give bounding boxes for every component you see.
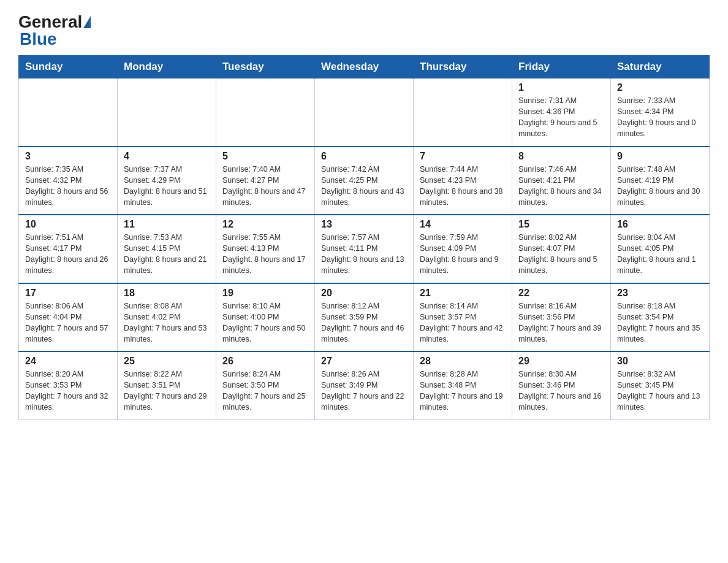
day-info: Sunrise: 7:40 AMSunset: 4:27 PMDaylight:… xyxy=(222,164,308,209)
calendar-cell: 25Sunrise: 8:22 AMSunset: 3:51 PMDayligh… xyxy=(118,351,216,419)
calendar-cell: 28Sunrise: 8:28 AMSunset: 3:48 PMDayligh… xyxy=(414,351,512,419)
day-number: 18 xyxy=(124,288,210,299)
calendar-cell: 3Sunrise: 7:35 AMSunset: 4:32 PMDaylight… xyxy=(19,147,118,215)
calendar-cell: 27Sunrise: 8:26 AMSunset: 3:49 PMDayligh… xyxy=(315,351,414,419)
logo: General Blue xyxy=(18,12,92,49)
day-number: 1 xyxy=(518,82,604,93)
calendar-week-row: 17Sunrise: 8:06 AMSunset: 4:04 PMDayligh… xyxy=(19,283,710,352)
day-info: Sunrise: 7:53 AMSunset: 4:15 PMDaylight:… xyxy=(124,232,210,277)
day-number: 5 xyxy=(222,151,308,162)
calendar-cell: 19Sunrise: 8:10 AMSunset: 4:00 PMDayligh… xyxy=(216,283,315,352)
day-number: 15 xyxy=(518,219,604,230)
day-number: 12 xyxy=(222,219,308,230)
day-info: Sunrise: 8:10 AMSunset: 4:00 PMDaylight:… xyxy=(222,301,308,345)
day-number: 20 xyxy=(321,288,407,299)
calendar-cell: 26Sunrise: 8:24 AMSunset: 3:50 PMDayligh… xyxy=(216,351,315,419)
day-info: Sunrise: 8:24 AMSunset: 3:50 PMDaylight:… xyxy=(222,369,308,413)
day-number: 26 xyxy=(222,356,308,367)
day-info: Sunrise: 7:42 AMSunset: 4:25 PMDaylight:… xyxy=(321,164,407,209)
calendar-cell: 10Sunrise: 7:51 AMSunset: 4:17 PMDayligh… xyxy=(19,215,118,283)
day-info: Sunrise: 8:18 AMSunset: 3:54 PMDaylight:… xyxy=(617,301,703,345)
weekday-header-sunday: Sunday xyxy=(19,56,118,79)
calendar-cell: 23Sunrise: 8:18 AMSunset: 3:54 PMDayligh… xyxy=(611,283,710,352)
day-info: Sunrise: 8:22 AMSunset: 3:51 PMDaylight:… xyxy=(124,369,210,413)
calendar-cell xyxy=(315,79,414,147)
calendar-cell: 1Sunrise: 7:31 AMSunset: 4:36 PMDaylight… xyxy=(512,79,611,147)
day-info: Sunrise: 8:08 AMSunset: 4:02 PMDaylight:… xyxy=(124,301,210,345)
day-info: Sunrise: 8:16 AMSunset: 3:56 PMDaylight:… xyxy=(518,301,604,345)
day-info: Sunrise: 7:37 AMSunset: 4:29 PMDaylight:… xyxy=(124,164,210,209)
day-number: 13 xyxy=(321,219,407,230)
day-info: Sunrise: 8:28 AMSunset: 3:48 PMDaylight:… xyxy=(420,369,506,413)
calendar-cell: 16Sunrise: 8:04 AMSunset: 4:05 PMDayligh… xyxy=(611,215,710,283)
day-info: Sunrise: 7:33 AMSunset: 4:34 PMDaylight:… xyxy=(617,95,703,140)
calendar-week-row: 1Sunrise: 7:31 AMSunset: 4:36 PMDaylight… xyxy=(19,79,710,147)
calendar-cell: 13Sunrise: 7:57 AMSunset: 4:11 PMDayligh… xyxy=(315,215,414,283)
day-number: 24 xyxy=(25,356,111,367)
day-number: 10 xyxy=(25,219,111,230)
day-number: 22 xyxy=(518,288,604,299)
calendar-cell: 20Sunrise: 8:12 AMSunset: 3:59 PMDayligh… xyxy=(315,283,414,352)
day-number: 11 xyxy=(124,219,210,230)
day-info: Sunrise: 7:57 AMSunset: 4:11 PMDaylight:… xyxy=(321,232,407,277)
calendar-cell: 15Sunrise: 8:02 AMSunset: 4:07 PMDayligh… xyxy=(512,215,611,283)
calendar-cell xyxy=(118,79,216,147)
calendar-cell: 21Sunrise: 8:14 AMSunset: 3:57 PMDayligh… xyxy=(414,283,512,352)
day-number: 25 xyxy=(124,356,210,367)
weekday-header-saturday: Saturday xyxy=(611,56,710,79)
day-info: Sunrise: 8:12 AMSunset: 3:59 PMDaylight:… xyxy=(321,301,407,345)
day-info: Sunrise: 8:20 AMSunset: 3:53 PMDaylight:… xyxy=(25,369,111,413)
calendar-cell: 4Sunrise: 7:37 AMSunset: 4:29 PMDaylight… xyxy=(118,147,216,215)
day-info: Sunrise: 8:26 AMSunset: 3:49 PMDaylight:… xyxy=(321,369,407,413)
calendar-cell: 9Sunrise: 7:48 AMSunset: 4:19 PMDaylight… xyxy=(611,147,710,215)
calendar-cell: 24Sunrise: 8:20 AMSunset: 3:53 PMDayligh… xyxy=(19,351,118,419)
day-info: Sunrise: 7:55 AMSunset: 4:13 PMDaylight:… xyxy=(222,232,308,277)
calendar-cell: 14Sunrise: 7:59 AMSunset: 4:09 PMDayligh… xyxy=(414,215,512,283)
weekday-header-friday: Friday xyxy=(512,56,611,79)
calendar-cell: 7Sunrise: 7:44 AMSunset: 4:23 PMDaylight… xyxy=(414,147,512,215)
calendar-cell: 12Sunrise: 7:55 AMSunset: 4:13 PMDayligh… xyxy=(216,215,315,283)
day-info: Sunrise: 7:48 AMSunset: 4:19 PMDaylight:… xyxy=(617,164,703,209)
day-number: 14 xyxy=(420,219,506,230)
page-header: General Blue xyxy=(18,12,710,49)
logo-blue-text: Blue xyxy=(20,29,57,48)
calendar-table: SundayMondayTuesdayWednesdayThursdayFrid… xyxy=(18,55,710,420)
day-info: Sunrise: 8:06 AMSunset: 4:04 PMDaylight:… xyxy=(25,301,111,345)
calendar-week-row: 24Sunrise: 8:20 AMSunset: 3:53 PMDayligh… xyxy=(19,351,710,419)
calendar-week-row: 10Sunrise: 7:51 AMSunset: 4:17 PMDayligh… xyxy=(19,215,710,283)
day-number: 8 xyxy=(518,151,604,162)
calendar-cell: 5Sunrise: 7:40 AMSunset: 4:27 PMDaylight… xyxy=(216,147,315,215)
calendar-cell xyxy=(19,79,118,147)
calendar-cell: 2Sunrise: 7:33 AMSunset: 4:34 PMDaylight… xyxy=(611,79,710,147)
day-info: Sunrise: 8:04 AMSunset: 4:05 PMDaylight:… xyxy=(617,232,703,277)
day-number: 21 xyxy=(420,288,506,299)
calendar-cell xyxy=(216,79,315,147)
day-number: 2 xyxy=(617,82,703,93)
day-number: 3 xyxy=(25,151,111,162)
day-number: 9 xyxy=(617,151,703,162)
calendar-cell: 29Sunrise: 8:30 AMSunset: 3:46 PMDayligh… xyxy=(512,351,611,419)
day-number: 27 xyxy=(321,356,407,367)
weekday-header-thursday: Thursday xyxy=(414,56,512,79)
day-info: Sunrise: 8:30 AMSunset: 3:46 PMDaylight:… xyxy=(518,369,604,413)
day-number: 28 xyxy=(420,356,506,367)
day-number: 17 xyxy=(25,288,111,299)
day-number: 19 xyxy=(222,288,308,299)
day-number: 6 xyxy=(321,151,407,162)
calendar-cell: 11Sunrise: 7:53 AMSunset: 4:15 PMDayligh… xyxy=(118,215,216,283)
day-info: Sunrise: 8:02 AMSunset: 4:07 PMDaylight:… xyxy=(518,232,604,277)
calendar-cell: 22Sunrise: 8:16 AMSunset: 3:56 PMDayligh… xyxy=(512,283,611,352)
day-number: 16 xyxy=(617,219,703,230)
day-number: 4 xyxy=(124,151,210,162)
calendar-cell: 18Sunrise: 8:08 AMSunset: 4:02 PMDayligh… xyxy=(118,283,216,352)
weekday-header-tuesday: Tuesday xyxy=(216,56,315,79)
day-info: Sunrise: 8:14 AMSunset: 3:57 PMDaylight:… xyxy=(420,301,506,345)
logo-triangle-icon xyxy=(83,16,91,28)
day-info: Sunrise: 7:51 AMSunset: 4:17 PMDaylight:… xyxy=(25,232,111,277)
calendar-cell: 30Sunrise: 8:32 AMSunset: 3:45 PMDayligh… xyxy=(611,351,710,419)
weekday-header-monday: Monday xyxy=(118,56,216,79)
calendar-cell: 6Sunrise: 7:42 AMSunset: 4:25 PMDaylight… xyxy=(315,147,414,215)
day-info: Sunrise: 7:35 AMSunset: 4:32 PMDaylight:… xyxy=(25,164,111,209)
day-number: 30 xyxy=(617,356,703,367)
day-info: Sunrise: 7:59 AMSunset: 4:09 PMDaylight:… xyxy=(420,232,506,277)
